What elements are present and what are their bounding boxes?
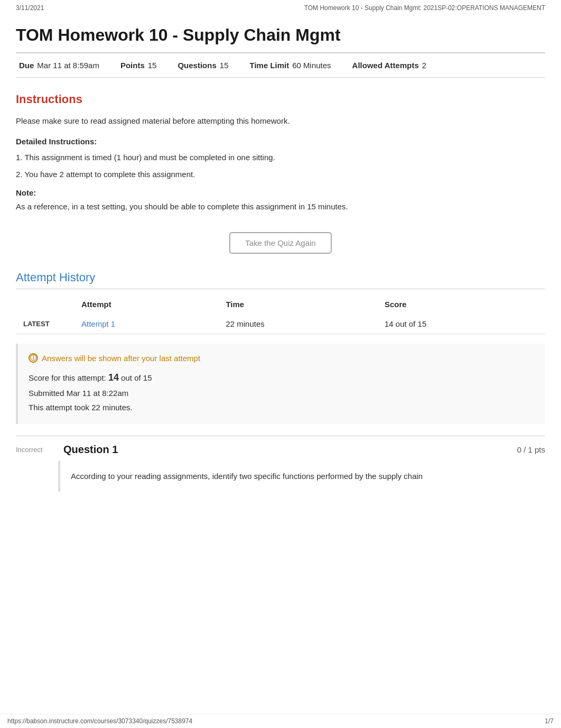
attempt-row-attempt: Attempt 1	[74, 314, 218, 334]
note-text: As a reference, in a test setting, you s…	[16, 200, 545, 213]
instruction-item-2: 2. You have 2 attempt to complete this a…	[16, 168, 545, 181]
score-details: Score for this attempt: 14 out of 15 Sub…	[29, 369, 535, 414]
instructions-title: Instructions	[16, 93, 545, 106]
attempt-link[interactable]: Attempt 1	[81, 319, 115, 328]
meta-questions: Questions 15	[177, 61, 228, 70]
meta-questions-value: 15	[220, 61, 229, 70]
table-row: LATEST Attempt 1 22 minutes 14 out of 15	[16, 314, 545, 334]
footer-url-bar: https://babson.instructure.com/courses/3…	[0, 714, 561, 728]
col-header-attempt: Attempt	[74, 294, 218, 314]
score-value: 14	[108, 372, 119, 383]
question-block-1: Incorrect Question 1 0 / 1 pts According…	[16, 436, 545, 492]
col-header-score: Score	[377, 294, 545, 314]
meta-allowed-attempts: Allowed Attempts 2	[352, 61, 426, 70]
score-line: Score for this attempt: 14 out of 15	[29, 369, 535, 386]
attempt-table: Attempt Time Score LATEST Attempt 1 22 m…	[16, 294, 545, 334]
question-body-1: According to your reading assignments, i…	[58, 461, 545, 492]
instructions-intro: Please make sure to read assigned materi…	[16, 115, 545, 127]
top-bar: 3/11/2021 TOM Homework 10 - Supply Chain…	[0, 0, 561, 16]
info-notice-text: Answers will be shown after your last at…	[42, 354, 200, 363]
meta-due-value: Mar 11 at 8:59am	[37, 61, 99, 70]
info-icon: ⓘ	[29, 353, 38, 363]
meta-allowed-label: Allowed Attempts	[352, 61, 419, 70]
instruction-item-1: 1. This assignment is timed (1 hour) and…	[16, 151, 545, 164]
meta-questions-label: Questions	[177, 61, 216, 70]
attempt-history-title: Attempt History	[16, 271, 545, 289]
footer-page: 1/7	[545, 717, 554, 725]
detailed-instructions-label: Detailed Instructions:	[16, 137, 545, 146]
attempt-row-label: LATEST	[16, 314, 74, 334]
score-submitted: Submitted Mar 11 at 8:22am	[29, 386, 535, 400]
col-header-empty	[16, 294, 74, 314]
meta-time-limit: Time Limit 60 Minutes	[249, 61, 331, 70]
score-line-label: Score for this attempt:	[29, 373, 106, 382]
meta-points-value: 15	[148, 61, 157, 70]
question-title-1: Question 1	[58, 444, 517, 456]
meta-time-limit-value: 60 Minutes	[292, 61, 331, 70]
take-quiz-container: Take the Quiz Again	[16, 232, 545, 254]
meta-points: Points 15	[120, 61, 157, 70]
top-bar-date: 3/11/2021	[16, 4, 44, 12]
info-notice: ⓘ Answers will be shown after your last …	[29, 353, 535, 363]
question-pts-1: 0 / 1 pts	[517, 445, 545, 454]
attempt-row-score: 14 out of 15	[377, 314, 545, 334]
meta-due-label: Due	[19, 61, 34, 70]
take-quiz-button[interactable]: Take the Quiz Again	[229, 232, 331, 254]
top-bar-page-title: TOM Homework 10 - Supply Chain Mgmt: 202…	[304, 4, 545, 12]
detailed-instructions: Detailed Instructions: 1. This assignmen…	[16, 137, 545, 213]
col-header-time: Time	[218, 294, 377, 314]
score-suffix: out of 15	[121, 373, 152, 382]
note-label: Note:	[16, 188, 545, 197]
question-status-1: Incorrect	[16, 446, 58, 454]
meta-time-limit-label: Time Limit	[249, 61, 289, 70]
meta-due: Due Mar 11 at 8:59am	[19, 61, 99, 70]
footer-url: https://babson.instructure.com/courses/3…	[7, 717, 192, 725]
question-header-1: Incorrect Question 1 0 / 1 pts	[16, 436, 545, 461]
page-title: TOM Homework 10 - Supply Chain Mgmt	[16, 16, 545, 53]
meta-allowed-value: 2	[422, 61, 426, 70]
meta-points-label: Points	[120, 61, 145, 70]
info-box: ⓘ Answers will be shown after your last …	[16, 344, 545, 424]
attempt-row-time: 22 minutes	[218, 314, 377, 334]
meta-bar: Due Mar 11 at 8:59am Points 15 Questions…	[16, 53, 545, 78]
score-duration: This attempt took 22 minutes.	[29, 400, 535, 414]
